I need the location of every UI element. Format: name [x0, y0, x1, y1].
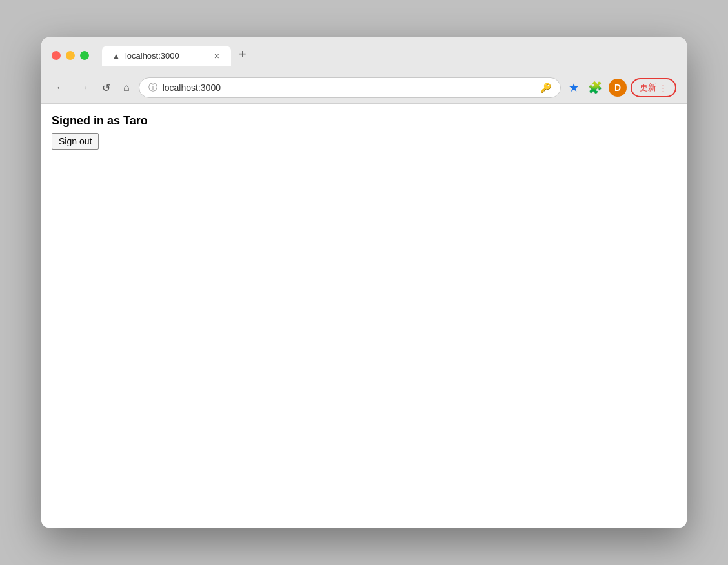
active-tab[interactable]: ▲ localhost:3000 × [102, 46, 231, 66]
close-window-button[interactable] [52, 51, 61, 60]
nav-actions: ★ 🧩 D 更新 ⋮ [566, 78, 676, 97]
title-bar-top: ▲ localhost:3000 × + [52, 45, 676, 72]
minimize-window-button[interactable] [66, 51, 75, 60]
key-icon: 🔑 [540, 83, 551, 93]
update-label: 更新 [640, 82, 656, 94]
reload-button[interactable]: ↺ [98, 79, 114, 97]
window-controls [52, 51, 89, 60]
tab-favicon-icon: ▲ [112, 52, 120, 61]
extensions-button[interactable]: 🧩 [585, 78, 605, 97]
update-menu-dots: ⋮ [659, 83, 667, 93]
tab-close-button[interactable]: × [213, 52, 221, 61]
browser-window: ▲ localhost:3000 × + ← → ↺ ⌂ ⓘ localhost… [41, 37, 687, 528]
maximize-window-button[interactable] [80, 51, 89, 60]
update-button[interactable]: 更新 ⋮ [631, 78, 676, 97]
profile-avatar-button[interactable]: D [609, 79, 627, 97]
info-icon: ⓘ [148, 82, 157, 94]
page-content: Signed in as Taro Sign out [41, 104, 687, 528]
address-text: localhost:3000 [163, 83, 535, 93]
forward-button[interactable]: → [75, 79, 93, 96]
sign-out-button[interactable]: Sign out [52, 133, 99, 150]
tab-title: localhost:3000 [125, 51, 208, 61]
back-button[interactable]: ← [52, 79, 70, 96]
bookmark-button[interactable]: ★ [566, 78, 581, 97]
signed-in-text: Signed in as Taro [52, 114, 676, 128]
address-bar[interactable]: ⓘ localhost:3000 🔑 [139, 77, 561, 98]
tab-bar: ▲ localhost:3000 × + [102, 45, 252, 66]
nav-bar: ← → ↺ ⌂ ⓘ localhost:3000 🔑 ★ 🧩 D 更新 ⋮ [41, 72, 687, 104]
home-button[interactable]: ⌂ [119, 79, 134, 96]
title-bar: ▲ localhost:3000 × + [41, 37, 687, 72]
new-tab-button[interactable]: + [234, 45, 252, 63]
